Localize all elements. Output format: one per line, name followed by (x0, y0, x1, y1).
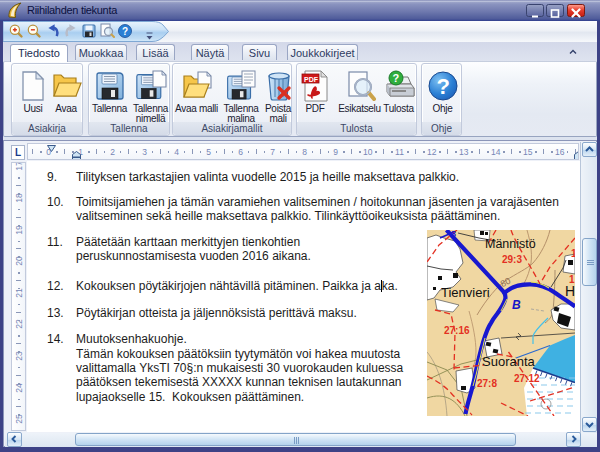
svg-text:Suoranta: Suoranta (482, 354, 536, 369)
svg-text:H: H (565, 283, 575, 299)
svg-text:Tienvieri: Tienvieri (441, 285, 490, 300)
svg-text:?: ? (436, 74, 449, 99)
svg-text:27:12: 27:12 (514, 373, 540, 384)
svg-text:29:3: 29:3 (502, 254, 522, 265)
svg-text:?: ? (392, 72, 399, 84)
svg-text:1: 1 (569, 274, 575, 285)
svg-text:?: ? (122, 26, 128, 37)
svg-text:27:8: 27:8 (477, 378, 497, 389)
svg-text:8: 8 (451, 230, 456, 239)
svg-text:Männistö: Männistö (485, 237, 536, 251)
svg-text:B: B (512, 298, 521, 312)
svg-text:1: 1 (571, 248, 575, 259)
svg-text:27:16: 27:16 (444, 325, 470, 336)
svg-text:PDF: PDF (304, 76, 319, 83)
